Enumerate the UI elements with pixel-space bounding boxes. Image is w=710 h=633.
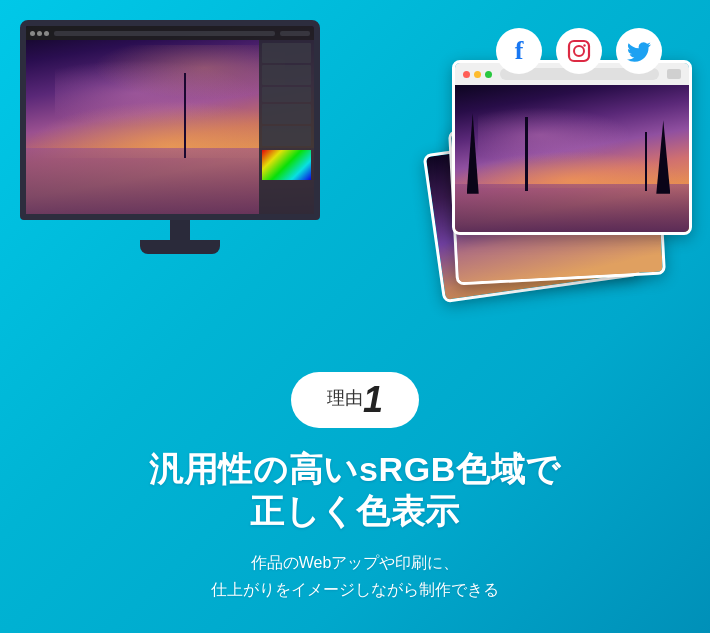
twitter-icon[interactable]: [616, 28, 662, 74]
main-title-line1: 汎用性の高いsRGB色域で: [0, 448, 710, 491]
main-title-line2: 正しく色表示: [0, 490, 710, 533]
sub-text-line1: 作品のWebアップや印刷に、: [0, 549, 710, 576]
reason-prefix: 理由: [327, 388, 363, 408]
reason-badge: 理由1: [291, 372, 419, 428]
photoshop-ui-overlay: [26, 26, 314, 214]
monitor-display: [20, 20, 340, 260]
screenshot-card-front: [452, 60, 692, 235]
monitor-frame: [20, 20, 320, 220]
browser-min-dot: [474, 71, 481, 78]
monitor-stand-neck: [170, 220, 190, 240]
screenshots-stack: [402, 60, 692, 290]
page-background: f: [0, 0, 710, 633]
monitor-screen: [26, 26, 314, 214]
reason-number: 1: [363, 379, 383, 420]
monitor-stand-base: [140, 240, 220, 254]
instagram-icon[interactable]: [556, 28, 602, 74]
svg-rect-0: [569, 41, 589, 61]
facebook-icon[interactable]: f: [496, 28, 542, 74]
browser-max-dot: [485, 71, 492, 78]
browser-nav-icon: [667, 69, 681, 79]
svg-point-2: [583, 44, 585, 46]
social-icons-group: f: [496, 28, 662, 74]
browser-close-dot: [463, 71, 470, 78]
svg-point-1: [574, 46, 584, 56]
main-title: 汎用性の高いsRGB色域で 正しく色表示: [0, 448, 710, 533]
bottom-section: 理由1 汎用性の高いsRGB色域で 正しく色表示 作品のWebアップや印刷に、 …: [0, 372, 710, 633]
sub-text-line2: 仕上がりをイメージしながら制作できる: [0, 576, 710, 603]
sub-text: 作品のWebアップや印刷に、 仕上がりをイメージしながら制作できる: [0, 549, 710, 603]
screenshot-scene: [455, 85, 689, 232]
